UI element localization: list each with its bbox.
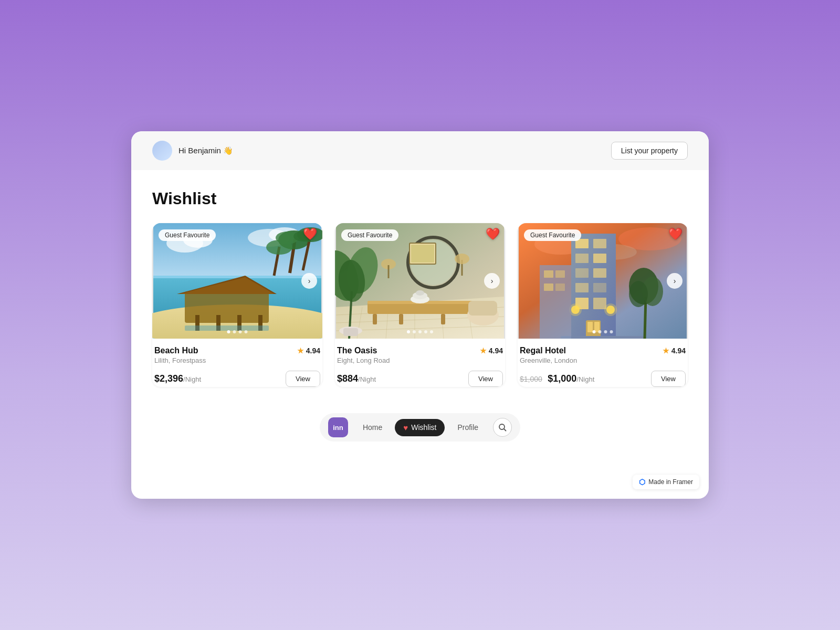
svg-point-15	[266, 240, 292, 255]
nav-search-button[interactable]	[493, 418, 512, 437]
card-info-beach: Beach Hub ★ 4.94 Lilith, Forestpass $2,3…	[152, 339, 322, 387]
price-unit-regal: /Night	[576, 375, 594, 383]
svg-rect-56	[343, 328, 358, 336]
nav-pill: inn Home ♥ Wishlist Profile	[320, 413, 520, 442]
dot-oasis-5	[430, 330, 433, 333]
framer-label: Made in Framer	[648, 478, 693, 486]
dots-beach	[227, 330, 248, 333]
cards-grid: Guest Favourite ❤️ › Beach Hub ★	[152, 223, 688, 387]
heart-button-beach[interactable]: ❤️	[303, 228, 317, 240]
star-icon-beach: ★	[297, 346, 304, 355]
dot-regal-2	[598, 330, 602, 333]
svg-point-80	[604, 303, 617, 316]
card-price-row-regal: $1,000 $1,000/Night View	[520, 371, 686, 387]
dot-1	[227, 330, 230, 333]
rating-value-oasis: 4.94	[489, 346, 503, 355]
view-button-oasis[interactable]: View	[468, 371, 503, 387]
card-location-regal: Greenville, London	[520, 356, 686, 364]
svg-rect-70	[575, 283, 589, 292]
framer-badge: ⬡ Made in Framer	[633, 475, 699, 489]
card-location-beach: Lilith, Forestpass	[154, 356, 320, 364]
card-image-beach-hub: Guest Favourite ❤️ ›	[152, 223, 322, 339]
rating-value-regal: 4.94	[671, 346, 686, 355]
dot-regal-4	[610, 330, 613, 333]
rating-value-beach: 4.94	[306, 346, 320, 355]
dot-4	[245, 330, 248, 333]
guest-badge-oasis: Guest Favourite	[341, 229, 398, 241]
card-regal-hotel: Guest Favourite ❤️ › Regal Hotel ★	[518, 223, 688, 387]
svg-line-92	[504, 429, 506, 431]
svg-point-48	[455, 254, 469, 264]
dot-oasis-3	[418, 330, 422, 333]
svg-rect-83	[544, 270, 553, 278]
nav-item-home[interactable]: Home	[354, 419, 391, 436]
app-container: Hi Benjamin 👋 List your property Wishlis…	[131, 131, 709, 499]
svg-rect-69	[593, 268, 606, 278]
card-rating-regal: ★ 4.94	[663, 346, 686, 355]
card-rating-oasis: ★ 4.94	[480, 346, 503, 355]
dot-oasis-4	[424, 330, 427, 333]
price-group-regal: $1,000 $1,000/Night	[520, 373, 594, 384]
svg-rect-73	[593, 298, 606, 309]
next-button-regal[interactable]: ›	[667, 273, 682, 289]
svg-rect-40	[373, 314, 377, 324]
svg-rect-68	[575, 268, 589, 278]
star-icon-regal: ★	[663, 346, 669, 355]
card-the-oasis: Guest Favourite ❤️ › The Oasis	[335, 223, 505, 387]
next-button-beach[interactable]: ›	[301, 273, 317, 289]
card-price-regal: $1,000	[548, 373, 576, 384]
svg-rect-42	[441, 314, 445, 324]
svg-rect-65	[593, 239, 606, 248]
heart-button-regal[interactable]: ❤️	[668, 228, 682, 240]
dots-oasis	[407, 330, 433, 333]
view-button-beach[interactable]: View	[286, 371, 320, 387]
heart-button-oasis[interactable]: ❤️	[486, 228, 500, 240]
svg-rect-81	[561, 336, 645, 339]
view-button-regal[interactable]: View	[651, 371, 686, 387]
nav-wishlist-label: Wishlist	[411, 423, 436, 432]
svg-rect-66	[575, 254, 589, 263]
search-icon	[498, 423, 507, 432]
svg-rect-41	[399, 314, 403, 324]
dot-3	[239, 330, 242, 333]
card-price-oasis: $884	[337, 373, 358, 384]
svg-rect-84	[555, 270, 565, 278]
card-price-original-regal: $1,000	[520, 375, 542, 383]
nav-item-wishlist[interactable]: ♥ Wishlist	[395, 419, 445, 436]
header-left: Hi Benjamin 👋	[152, 141, 233, 161]
card-image-regal: Guest Favourite ❤️ ›	[518, 223, 688, 339]
framer-icon: ⬡	[639, 478, 645, 486]
dot-oasis-1	[407, 330, 410, 333]
card-name-beach: Beach Hub	[154, 346, 198, 355]
card-info-oasis: The Oasis ★ 4.94 Eight, Long Road $884/N…	[335, 339, 505, 387]
nav-logo[interactable]: inn	[328, 417, 348, 437]
dot-regal-1	[593, 330, 596, 333]
card-name-row-oasis: The Oasis ★ 4.94	[337, 346, 503, 355]
dot-regal-3	[604, 330, 607, 333]
card-name-row-regal: Regal Hotel ★ 4.94	[520, 346, 686, 355]
page-title: Wishlist	[152, 189, 688, 208]
svg-rect-75	[587, 322, 593, 332]
nav-item-profile[interactable]: Profile	[449, 419, 487, 436]
greeting-text: Hi Benjamin 👋	[178, 146, 233, 155]
header: Hi Benjamin 👋 List your property	[131, 131, 709, 170]
card-image-oasis: Guest Favourite ❤️ ›	[335, 223, 505, 339]
card-price-beach: $2,396	[154, 373, 183, 384]
list-property-button[interactable]: List your property	[611, 142, 688, 160]
card-info-regal: Regal Hotel ★ 4.94 Greenville, London $1…	[518, 339, 688, 387]
guest-badge-beach: Guest Favourite	[159, 229, 216, 241]
price-unit-beach: /Night	[183, 375, 201, 383]
svg-rect-37	[411, 245, 434, 262]
svg-point-90	[629, 281, 648, 307]
svg-rect-67	[593, 254, 606, 263]
card-rating-beach: ★ 4.94	[297, 346, 320, 355]
svg-rect-71	[593, 283, 606, 292]
price-unit-oasis: /Night	[358, 375, 376, 383]
avatar	[152, 141, 172, 161]
card-price-row-beach: $2,396/Night View	[154, 371, 320, 387]
svg-rect-58	[468, 301, 497, 316]
price-group-oasis: $884/Night	[337, 373, 376, 384]
next-button-oasis[interactable]: ›	[484, 273, 500, 289]
dots-regal	[593, 330, 613, 333]
bottom-nav: inn Home ♥ Wishlist Profile	[131, 413, 709, 442]
